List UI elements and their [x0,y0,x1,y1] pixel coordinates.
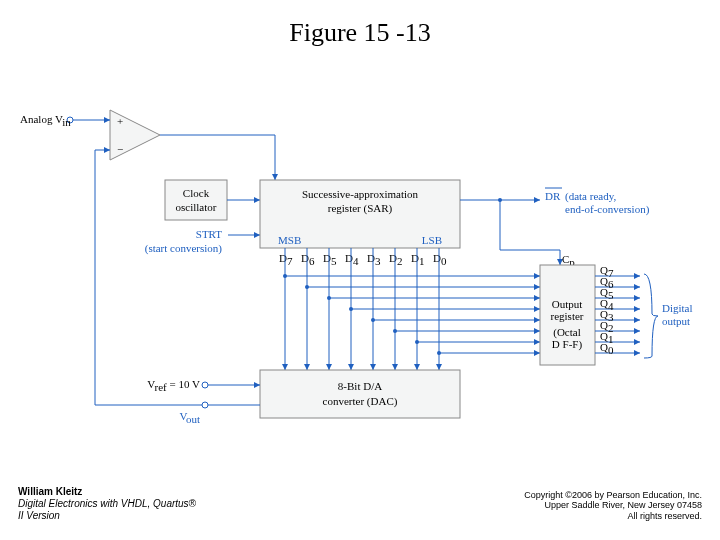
svg-text:−: − [117,143,123,155]
svg-marker-80 [634,328,640,334]
msb-label: MSB [278,234,301,246]
outreg-l2: register [551,310,584,322]
svg-marker-60 [534,339,540,345]
svg-marker-45 [534,284,540,290]
digital-out-l1: Digital [662,302,693,314]
svg-marker-38 [414,364,420,370]
svg-marker-76 [634,306,640,312]
strt-label: STRT [196,228,223,240]
sar-l1: Successive-approximation [302,188,419,200]
svg-point-100 [202,402,208,408]
outreg-l1: Output [552,298,583,310]
dr-l3: end-of-conversion) [565,203,650,216]
svg-marker-39 [436,364,442,370]
svg-marker-8 [272,174,278,180]
vref-label: Vref = 10 V [147,378,200,393]
clock-oscillator-block [165,180,227,220]
svg-text:D5: D5 [323,252,337,267]
svg-marker-14 [534,197,540,203]
svg-text:D7: D7 [279,252,293,267]
svg-marker-82 [634,339,640,345]
copy-l1: Copyright ©2006 by Pearson Education, In… [524,490,702,501]
bit-lines: D7 D6 D5 D4 D3 D2 D1 D0 [279,248,540,370]
footer-left: William Kleitz Digital Electronics with … [18,486,196,522]
dac-l1: 8-Bit D/A [338,380,382,392]
svg-marker-54 [534,317,540,323]
diagram-canvas: + − Analog Vin Clock oscillator STRT (st… [0,70,720,440]
vout-label: Vout [179,410,200,425]
analog-vin-label: Analog Vin [20,113,71,128]
clock-osc-l2: oscillator [176,201,217,213]
svg-marker-33 [304,364,310,370]
svg-point-68 [498,198,502,202]
svg-marker-48 [534,295,540,301]
svg-text:D4: D4 [345,252,359,267]
outreg-l4: D F-F) [552,338,583,351]
sar-l2: register (SAR) [328,202,393,215]
author: William Kleitz [18,486,196,498]
digital-out-l2: output [662,315,690,327]
copy-l3: All rights reserved. [524,511,702,522]
svg-marker-84 [634,350,640,356]
footer-right: Copyright ©2006 by Pearson Education, In… [524,490,702,522]
svg-marker-57 [534,328,540,334]
svg-text:Q0: Q0 [600,341,614,356]
svg-text:D2: D2 [389,252,402,267]
svg-marker-42 [534,273,540,279]
svg-marker-37 [392,364,398,370]
comparator-icon: + − [110,110,160,160]
svg-marker-4 [104,117,110,123]
svg-marker-51 [534,306,540,312]
svg-text:D3: D3 [367,252,381,267]
svg-marker-63 [534,350,540,356]
svg-marker-74 [634,295,640,301]
svg-marker-72 [634,284,640,290]
strt-sub: (start conversion) [145,242,223,255]
page-title: Figure 15 -13 [0,0,720,48]
svg-marker-78 [634,317,640,323]
svg-marker-70 [634,273,640,279]
svg-marker-94 [254,382,260,388]
svg-text:+: + [117,115,123,127]
svg-marker-34 [326,364,332,370]
svg-marker-35 [348,364,354,370]
dr-label: DR [545,190,561,202]
clock-osc-l1: Clock [183,187,210,199]
dac-l2: converter (DAC) [323,395,398,408]
svg-text:D1: D1 [411,252,424,267]
dac-block [260,370,460,418]
svg-marker-99 [104,147,110,153]
svg-marker-36 [370,364,376,370]
book-l1: Digital Electronics with VHDL, Quartus® [18,498,196,509]
lsb-label: LSB [422,234,442,246]
svg-marker-32 [282,364,288,370]
dr-l2: (data ready, [565,190,616,203]
svg-point-95 [202,382,208,388]
svg-text:D6: D6 [301,252,315,267]
svg-text:D0: D0 [433,252,447,267]
book-l2: II Version [18,510,60,521]
q-outputs: Q7 Q6 Q5 Q4 Q3 Q2 Q1 Q0 [595,264,640,356]
svg-marker-10 [254,197,260,203]
svg-marker-12 [254,232,260,238]
copy-l2: Upper Saddle River, New Jersey 07458 [524,500,702,511]
